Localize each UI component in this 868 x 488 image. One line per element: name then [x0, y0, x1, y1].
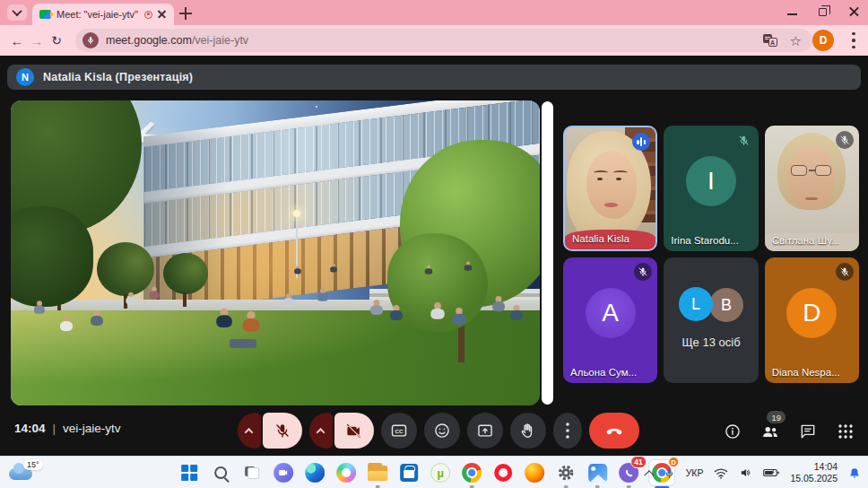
student-figure	[317, 288, 329, 301]
opera-button[interactable]	[491, 461, 515, 484]
back-button[interactable]: ←	[7, 30, 27, 50]
address-bar[interactable]: meet.google.com/vei-jaie-ytv A ☆	[75, 29, 812, 52]
participant-tile-diana[interactable]: D Diana Nespa...	[765, 257, 859, 383]
browser-menu-icon[interactable]	[852, 32, 855, 48]
window-controls	[787, 2, 859, 22]
presentation-stage[interactable]	[11, 100, 540, 405]
browser-tab-meet[interactable]: Meet: "vei-jaie-ytv"	[32, 4, 174, 25]
walking-figure	[294, 266, 302, 274]
teams-chat-button[interactable]	[272, 461, 295, 484]
end-call-button[interactable]	[589, 413, 639, 449]
window-minimize-button[interactable]	[787, 13, 797, 15]
weather-widget[interactable]: 15°	[7, 459, 47, 486]
chevron-down-icon	[12, 6, 22, 16]
browser-profile-avatar[interactable]: D	[812, 30, 834, 51]
translate-icon[interactable]: A	[763, 34, 777, 47]
camera-options-chevron-button[interactable]	[309, 413, 333, 449]
people-button[interactable]: 19	[760, 422, 780, 441]
camera-off-button[interactable]	[334, 413, 374, 449]
participant-name: Diana Nespa...	[772, 367, 840, 378]
file-explorer-icon	[368, 466, 387, 481]
forward-button[interactable]: →	[27, 30, 47, 50]
viber-button[interactable]: 41	[617, 461, 640, 484]
tab-close-icon[interactable]	[158, 10, 167, 19]
taskbar-icons: µ 41 D	[178, 457, 675, 488]
weather-temperature: 15°	[23, 459, 43, 470]
volume-icon[interactable]	[739, 466, 752, 479]
microsoft-store-button[interactable]	[397, 461, 421, 484]
raise-hand-button[interactable]	[510, 413, 546, 449]
overflow-count-label: Ще 13 осіб	[664, 336, 758, 349]
participant-tile-irina[interactable]: I Irina Starodu...	[664, 126, 758, 251]
settings-button[interactable]	[554, 461, 577, 484]
more-options-button[interactable]	[553, 413, 582, 449]
tray-expand-icon[interactable]	[644, 470, 654, 480]
people-count-badge: 19	[767, 411, 786, 423]
notifications-bell-icon[interactable]	[848, 466, 861, 480]
window-close-button[interactable]	[848, 6, 859, 17]
meet-control-bar: 14:04 | vei-jaie-ytv	[0, 405, 868, 456]
meeting-info: 14:04 | vei-jaie-ytv	[14, 422, 121, 435]
meet-favicon-icon	[39, 10, 51, 19]
tray-microphone-icon[interactable]	[664, 466, 675, 480]
search-button[interactable]	[209, 461, 232, 484]
url-path: /vei-jaie-ytv	[192, 34, 248, 47]
utorrent-button[interactable]: µ	[429, 461, 452, 484]
participant-grid: Natalia Kisla I Irina Starodu...	[563, 126, 859, 383]
glasses	[791, 165, 807, 176]
wifi-icon[interactable]	[714, 467, 728, 479]
tab-search-chevron-button[interactable]	[7, 4, 27, 21]
mic-muted-icon	[634, 263, 652, 281]
site-microphone-indicator-icon[interactable]	[82, 32, 99, 48]
student-figure	[389, 305, 404, 321]
mic-options-chevron-button[interactable]	[238, 413, 261, 449]
bookmark-star-icon[interactable]: ☆	[790, 34, 802, 48]
new-tab-button[interactable]	[179, 7, 192, 20]
participant-name: Світлана Шу...	[772, 235, 840, 246]
edge-icon	[305, 463, 325, 483]
firefox-button[interactable]	[523, 461, 546, 484]
reactions-button[interactable]	[424, 413, 460, 449]
activities-button[interactable]	[836, 422, 855, 441]
language-indicator[interactable]: УКР	[686, 467, 704, 478]
captions-button[interactable]: CC	[381, 413, 417, 449]
participant-tile-svitlana[interactable]: Світлана Шу...	[765, 126, 859, 251]
overflow-avatar: L	[679, 287, 713, 321]
windows-taskbar: 15° µ	[0, 456, 868, 488]
copilot-button[interactable]	[334, 461, 358, 484]
present-screen-button[interactable]	[467, 413, 503, 449]
participant-tile-natalia[interactable]: Natalia Kisla	[563, 126, 657, 251]
walking-figure	[424, 266, 433, 275]
screen: Meet: "vei-jaie-ytv" ← → ↻ meet.google.c…	[0, 0, 868, 488]
task-view-button[interactable]	[240, 461, 264, 484]
taskbar-clock[interactable]: 14:04 15.05.2025	[790, 461, 838, 484]
meeting-details-button[interactable]	[723, 422, 742, 441]
battery-icon[interactable]	[763, 467, 779, 478]
presentation-scrollbar[interactable]	[542, 101, 553, 405]
participant-avatar: D	[786, 288, 837, 338]
mic-muted-icon	[836, 263, 854, 281]
chrome-button[interactable]	[460, 461, 483, 484]
opera-icon	[494, 464, 512, 482]
meet-page: N Natalia Kisla (Презентація)	[0, 56, 868, 456]
participant-tile-overflow[interactable]: L B Ще 13 осіб	[664, 257, 758, 383]
chat-button[interactable]	[798, 422, 818, 441]
photos-button[interactable]	[586, 461, 609, 484]
participant-name: Natalia Kisla	[572, 233, 629, 244]
photos-icon	[588, 464, 607, 483]
mic-mute-button[interactable]	[263, 413, 302, 449]
participant-tile-alona[interactable]: A Альона Сум...	[563, 257, 657, 383]
start-button[interactable]	[178, 461, 201, 484]
presenter-banner-text: Natalia Kisla (Презентація)	[43, 71, 193, 83]
presenter-avatar: N	[16, 68, 34, 86]
window-restore-button[interactable]	[819, 8, 827, 16]
reload-button[interactable]: ↻	[47, 30, 66, 50]
mic-muted-icon	[836, 131, 854, 149]
edge-button[interactable]	[303, 461, 326, 484]
file-explorer-button[interactable]	[366, 461, 389, 484]
participant-name: Irina Starodu...	[671, 235, 738, 246]
store-icon	[400, 464, 418, 482]
mic-control-group	[238, 413, 302, 449]
student-figure	[90, 310, 104, 327]
meeting-code-label: vei-jaie-ytv	[63, 422, 121, 435]
